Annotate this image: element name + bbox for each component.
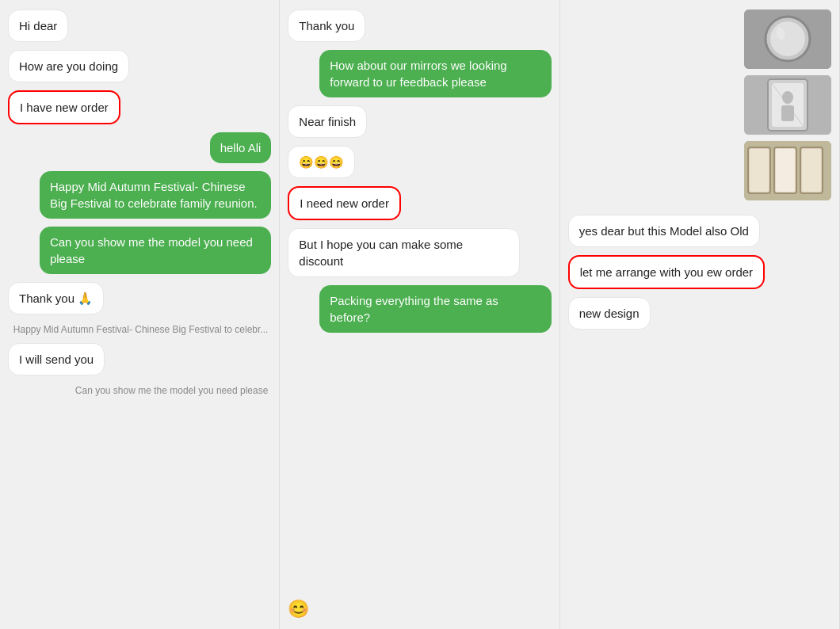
bubble-hello-ali: hello Ali: [210, 132, 272, 163]
emoji-input-icon[interactable]: 😊: [288, 599, 309, 619]
bubble-happy-mid: Happy Mid Autumn Festival- Chinese Big F…: [40, 171, 271, 219]
message-thank-you2: Thank you: [288, 10, 551, 42]
message-can-you-show: Can you show me the model you need pleas…: [8, 227, 271, 274]
bubble-yes-dear: yes dear but this Model also Old: [568, 215, 760, 247]
message-hello-ali: hello Ali: [8, 132, 271, 163]
message-thank-you: Thank you 🙏: [8, 282, 271, 314]
svg-rect-15: [776, 149, 795, 192]
bubble-can-you-show: Can you show me the model you need pleas…: [40, 227, 271, 274]
message-near-finish: Near finish: [288, 105, 551, 138]
bubble-new-design: new design: [568, 297, 651, 330]
message-let-me-arrange: let me arrange with you ew order: [568, 255, 831, 289]
message-hi-dear: Hi dear: [8, 10, 271, 42]
bubble-near-finish: Near finish: [288, 105, 367, 138]
bubble-how-are-you: How are you doing: [8, 50, 129, 82]
message-i-have-new-order: I have new order: [8, 90, 271, 124]
message-how-are-you: How are you doing: [8, 50, 271, 82]
svg-point-2: [770, 21, 805, 56]
bubble-thank-you2: Thank you: [288, 10, 365, 42]
preview-can: Can you show me the model you need pleas…: [8, 385, 271, 396]
bubble-let-me-arrange: let me arrange with you ew order: [568, 255, 765, 289]
chat-column-1: Hi dear How are you doing I have new ord…: [0, 0, 280, 629]
message-i-need-new-order: I need new order: [288, 186, 551, 220]
svg-rect-14: [750, 149, 769, 192]
message-emoji-faces: 😄😄😄: [288, 146, 551, 178]
mirror-image-3: [744, 141, 831, 200]
bubble-packing: Packing everything the same as before?: [319, 285, 551, 333]
message-but-hope: But I hope you can make some discount: [288, 228, 551, 277]
bubble-i-need-new-order: I need new order: [288, 186, 401, 220]
message-yes-dear: yes dear but this Model also Old: [568, 215, 831, 247]
svg-point-8: [782, 91, 793, 104]
svg-rect-9: [781, 105, 794, 121]
input-area-col2: 😊: [288, 599, 551, 619]
bubble-thank-you: Thank you 🙏: [8, 282, 104, 314]
message-packing: Packing everything the same as before?: [288, 285, 551, 333]
bubble-i-have-new-order: I have new order: [8, 90, 120, 124]
message-happy-mid: Happy Mid Autumn Festival- Chinese Big F…: [8, 171, 271, 219]
chat-column-3: yes dear but this Model also Old let me …: [560, 0, 840, 629]
preview-happy: Happy Mid Autumn Festival- Chinese Big F…: [8, 324, 271, 335]
message-i-will-send: I will send you: [8, 343, 271, 375]
svg-rect-16: [802, 149, 821, 192]
message-how-about-mirrors: How about our mirrors we looking forward…: [288, 50, 551, 97]
chat-column-2: Thank you How about our mirrors we looki…: [280, 0, 559, 629]
bubble-hi-dear: Hi dear: [8, 10, 68, 42]
image-grid: [568, 10, 831, 200]
bubble-emoji-faces: 😄😄😄: [288, 146, 355, 178]
bubble-but-hope: But I hope you can make some discount: [288, 228, 519, 277]
bubble-how-about-mirrors: How about our mirrors we looking forward…: [319, 50, 551, 97]
mirror-image-2: [744, 75, 831, 135]
bubble-i-will-send: I will send you: [8, 343, 105, 375]
message-new-design: new design: [568, 297, 831, 330]
mirror-image-1: [744, 10, 831, 69]
